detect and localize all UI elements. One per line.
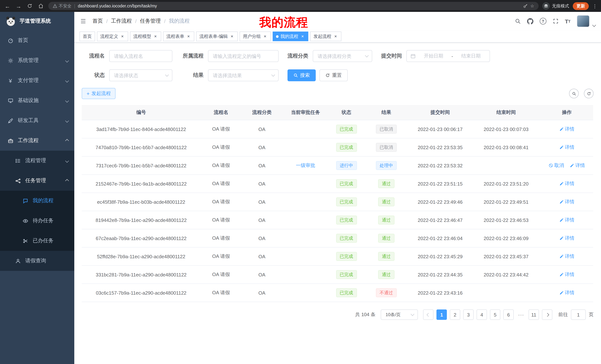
search-button[interactable]: 搜索 <box>288 69 316 81</box>
tab-process-definition[interactable]: 流程定义 × <box>97 31 128 41</box>
breadcrumb-workflow[interactable]: 工作流程 <box>111 18 132 25</box>
sidebar-item-payment[interactable]: ¥ 支付管理 <box>0 70 74 91</box>
process-definition-input[interactable] <box>208 50 279 62</box>
page-button-5[interactable]: 5 <box>490 309 500 320</box>
sidebar-item-devtools[interactable]: 研发工具 <box>0 111 74 131</box>
edit-icon <box>559 254 564 259</box>
reset-button[interactable]: 重置 <box>320 69 348 81</box>
current-task-link[interactable]: 一级审批 <box>296 163 315 168</box>
close-icon[interactable]: × <box>263 34 267 39</box>
github-icon[interactable] <box>527 18 533 24</box>
detail-button[interactable]: 详情 <box>559 271 574 278</box>
refresh-table-icon[interactable] <box>584 89 594 98</box>
detail-button[interactable]: 详情 <box>559 253 574 260</box>
table-row: 03c6c157-7b9a-11ec-a290-acde48001122 OA … <box>82 284 593 302</box>
category-select[interactable] <box>313 50 372 62</box>
page-button-11[interactable]: 11 <box>529 309 539 320</box>
help-icon[interactable]: ? <box>540 18 546 25</box>
back-icon[interactable]: ← <box>4 3 11 9</box>
sidebar-item-home[interactable]: 首页 <box>0 30 74 50</box>
show-search-icon[interactable] <box>569 89 579 98</box>
avatar[interactable] <box>577 15 590 27</box>
breadcrumb-task-management[interactable]: 任务管理 <box>140 18 161 25</box>
page-button-2[interactable]: 2 <box>450 309 460 320</box>
page-button-4[interactable]: 4 <box>477 309 487 320</box>
status-badge: 进行中 <box>336 161 357 170</box>
col-id: 编号 <box>82 105 200 120</box>
tab-process-form-edit[interactable]: 流程表单-编辑 × <box>196 31 238 41</box>
initiate-process-button[interactable]: + 发起流程 <box>82 88 116 99</box>
date-range-picker[interactable]: 开始日期 - 结束日期 <box>406 50 490 62</box>
avatar-caret-icon[interactable] <box>592 23 596 27</box>
url-text[interactable]: dashboard.yudao.iocoder.cn/bpm/task/my <box>78 4 520 8</box>
key-icon[interactable] <box>523 3 528 8</box>
detail-button[interactable]: 详情 <box>559 199 574 205</box>
detail-button[interactable]: 详情 <box>559 180 574 187</box>
status-select[interactable] <box>109 69 172 81</box>
close-icon[interactable]: × <box>153 34 158 39</box>
tab-initiate-process[interactable]: 发起流程 × <box>310 31 341 41</box>
sidebar-item-task-management[interactable]: 任务管理 <box>0 171 74 191</box>
sidebar-item-todo-tasks[interactable]: 待办任务 <box>0 211 74 231</box>
incognito-label: 无痕模式 <box>552 3 569 9</box>
result-select[interactable] <box>208 69 279 81</box>
process-name-input[interactable] <box>109 50 172 62</box>
sidebar-item-leave-query[interactable]: 请假查询 <box>0 251 74 271</box>
font-size-icon[interactable]: TT <box>565 18 571 24</box>
fullscreen-icon[interactable] <box>552 18 559 24</box>
detail-button[interactable]: 详情 <box>559 126 574 133</box>
page-button-6[interactable]: 6 <box>503 309 514 320</box>
update-button[interactable]: 更新 <box>573 2 589 10</box>
start-date-placeholder[interactable]: 开始日期 <box>419 53 449 59</box>
tab-process-form[interactable]: 流程表单 × <box>163 31 194 41</box>
result-select-input[interactable] <box>208 69 279 81</box>
browser-menu-icon[interactable]: ⋮ <box>592 3 597 9</box>
home-icon[interactable] <box>37 3 45 9</box>
chevron-down-icon <box>65 99 69 102</box>
end-time: 2022-01-23 00:08:41 <box>484 144 528 150</box>
not-secure-chip[interactable]: 不安全 <box>53 3 71 9</box>
cancel-button[interactable]: 取消 <box>549 162 564 169</box>
close-icon[interactable]: × <box>230 34 234 39</box>
close-icon[interactable]: × <box>300 34 305 39</box>
next-page-button[interactable] <box>542 309 552 320</box>
category-select-input[interactable] <box>313 50 372 62</box>
search-icon[interactable] <box>515 18 521 24</box>
close-icon[interactable]: × <box>333 34 338 39</box>
sidebar-item-process-management[interactable]: 流程管理 <box>0 151 74 171</box>
tab-user-group[interactable]: 用户分组 × <box>240 31 271 41</box>
breadcrumb-separator: / <box>106 18 108 24</box>
page-button-1[interactable]: 1 <box>436 309 447 320</box>
sidebar-item-done-tasks[interactable]: 已办任务 <box>0 231 74 251</box>
sidebar-item-infrastructure[interactable]: 基础设施 <box>0 91 74 111</box>
tab-home[interactable]: 首页 <box>80 31 95 41</box>
breadcrumb-home[interactable]: 首页 <box>92 18 103 25</box>
sidebar-item-workflow[interactable]: 工作流程 <box>0 131 74 151</box>
reload-icon[interactable] <box>26 3 33 9</box>
sidebar-item-my-process[interactable]: 我的流程 <box>0 191 74 211</box>
detail-button[interactable]: 详情 <box>559 235 574 241</box>
detail-button[interactable]: 详情 <box>559 144 574 151</box>
close-icon[interactable]: × <box>186 34 191 39</box>
close-icon[interactable]: × <box>120 34 125 39</box>
prev-page-button[interactable] <box>423 309 433 320</box>
end-date-placeholder[interactable]: 结束日期 <box>456 53 486 59</box>
goto-page-input[interactable] <box>571 309 586 320</box>
bookmark-star-icon[interactable]: ☆ <box>530 3 534 9</box>
col-result: 结果 <box>364 105 409 120</box>
detail-button[interactable]: 详情 <box>570 162 585 169</box>
page-button-3[interactable]: 3 <box>463 309 474 320</box>
incognito-icon <box>542 2 550 10</box>
tab-my-process[interactable]: 我的流程 × <box>273 31 308 41</box>
sidebar-item-system[interactable]: 系统管理 <box>0 50 74 70</box>
status-select-input[interactable] <box>109 69 172 81</box>
more-pages-icon[interactable]: ··· <box>517 312 526 317</box>
hamburger-icon[interactable] <box>80 18 87 24</box>
address-bar[interactable]: 不安全 | dashboard.yudao.iocoder.cn/bpm/tas… <box>48 2 539 10</box>
page-size-select[interactable] <box>381 309 418 320</box>
chevron-up-icon <box>65 179 69 182</box>
detail-button[interactable]: 详情 <box>559 289 574 296</box>
forward-icon[interactable]: → <box>15 3 22 9</box>
tab-process-model[interactable]: 流程模型 × <box>130 31 161 41</box>
detail-button[interactable]: 详情 <box>559 217 574 223</box>
